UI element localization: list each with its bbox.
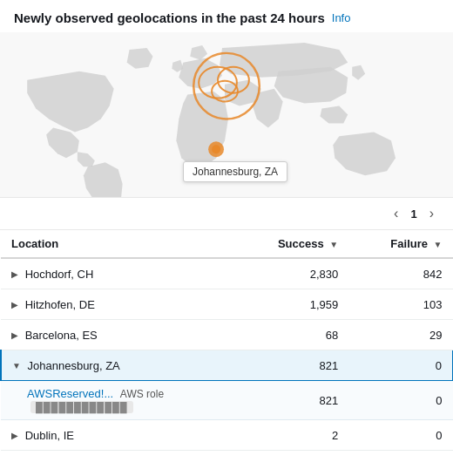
success-count: 821 [249, 350, 348, 381]
location-name: Hitzhofen, DE [25, 298, 95, 311]
expand-button[interactable]: ▶ [11, 269, 22, 279]
failure-count: 103 [348, 289, 452, 320]
column-header-failure[interactable]: Failure ▼ [348, 230, 452, 258]
success-count: 1,959 [249, 289, 348, 320]
info-link[interactable]: Info [332, 11, 351, 24]
table-header-row: Location Success ▼ Failure ▼ [1, 230, 453, 258]
location-name: Johannesburg, ZA [28, 359, 120, 372]
map-tooltip: Johannesburg, ZA [183, 161, 287, 182]
failure-count: 0 [348, 350, 452, 381]
location-name: Hochdorf, CH [25, 268, 94, 281]
next-page-button[interactable]: › [424, 205, 439, 222]
failure-count: 842 [348, 258, 452, 289]
aws-role-value: ████████████ [30, 401, 133, 413]
success-count: 2 [249, 420, 348, 451]
column-header-success[interactable]: Success ▼ [249, 230, 348, 258]
location-name: Barcelona, ES [25, 329, 98, 342]
expand-button[interactable]: ▶ [11, 300, 22, 309]
column-header-location: Location [1, 230, 249, 258]
geolocations-table: Location Success ▼ Failure ▼ ▶ Hochdorf,… [0, 230, 453, 451]
failure-count: 29 [348, 320, 452, 350]
sub-table-row: AWSReserved!... AWS role ████████████ 82… [1, 381, 453, 420]
success-count: 2,830 [249, 258, 348, 289]
table-row[interactable]: ▶ Barcelona, ES 68 29 [1, 320, 453, 350]
expand-button[interactable]: ▼ [12, 361, 24, 371]
expand-button[interactable]: ▶ [11, 330, 22, 340]
panel-header: Newly observed geolocations in the past … [14, 10, 439, 25]
expand-button[interactable]: ▶ [11, 431, 22, 440]
svg-point-5 [212, 145, 220, 153]
pagination-bar: ‹ 1 › [0, 198, 453, 230]
success-sort-icon: ▼ [329, 240, 338, 249]
panel-title: Newly observed geolocations in the past … [14, 10, 325, 25]
failure-sort-icon: ▼ [434, 240, 443, 249]
table-row[interactable]: ▶ Hochdorf, CH 2,830 842 [1, 258, 453, 289]
table-row[interactable]: ▼ Johannesburg, ZA 821 0 [1, 350, 453, 381]
failure-count: 0 [348, 420, 452, 451]
table-row[interactable]: ▶ Dublin, IE 2 0 [1, 420, 453, 451]
aws-role-label: AWS role [120, 388, 164, 400]
table-row[interactable]: ▶ Hitzhofen, DE 1,959 103 [1, 289, 453, 320]
sub-failure-count: 0 [348, 381, 452, 420]
sub-success-count: 821 [249, 381, 348, 420]
aws-reserved-link[interactable]: AWSReserved!... [27, 387, 113, 400]
current-page: 1 [410, 207, 416, 221]
success-count: 68 [249, 320, 348, 350]
location-name: Dublin, IE [25, 429, 74, 442]
prev-page-button[interactable]: ‹ [389, 205, 403, 222]
world-map: Johannesburg, ZA [0, 32, 453, 198]
